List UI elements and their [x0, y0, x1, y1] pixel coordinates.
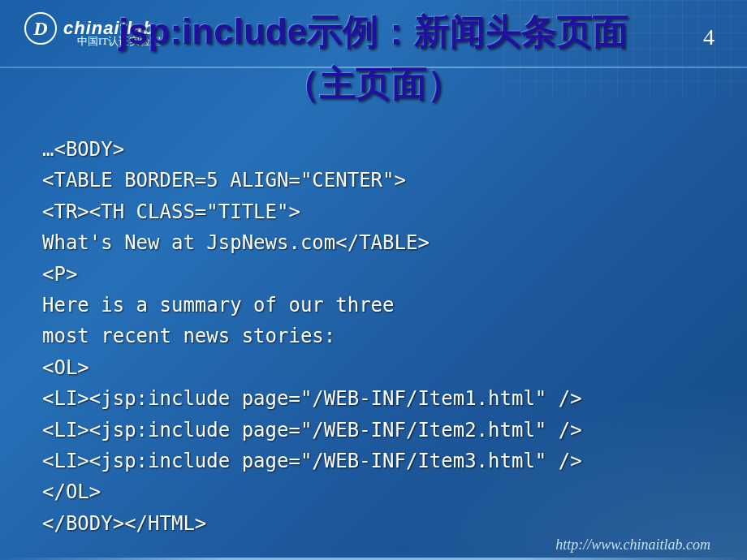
code-line: </OL>	[42, 476, 582, 507]
code-line: <OL>	[42, 352, 582, 383]
title-line-2: （主页面）	[0, 60, 747, 108]
code-line: …<BODY>	[42, 134, 582, 165]
code-line: </BODY></HTML>	[42, 508, 582, 539]
code-line: <P>	[42, 259, 582, 290]
code-line: <TABLE BORDER=5 ALIGN="CENTER">	[42, 165, 582, 196]
code-line: <LI><jsp:include page="/WEB-INF/Item2.ht…	[42, 415, 582, 446]
footer-url: http://www.chinaitlab.com	[555, 536, 710, 554]
code-line: Here is a summary of our three	[42, 290, 582, 321]
code-line: What's New at JspNews.com</TABLE>	[42, 227, 582, 258]
code-block: …<BODY> <TABLE BORDER=5 ALIGN="CENTER"> …	[42, 134, 582, 539]
code-line: <LI><jsp:include page="/WEB-INF/Item3.ht…	[42, 446, 582, 476]
code-line: <LI><jsp:include page="/WEB-INF/Item1.ht…	[42, 383, 582, 414]
title-line-1: jsp:include示例：新闻头条页面	[0, 8, 747, 56]
slide-title: jsp:include示例：新闻头条页面 （主页面）	[0, 8, 747, 108]
code-line: <TR><TH CLASS="TITLE">	[42, 196, 582, 227]
code-line: most recent news stories:	[42, 321, 582, 351]
